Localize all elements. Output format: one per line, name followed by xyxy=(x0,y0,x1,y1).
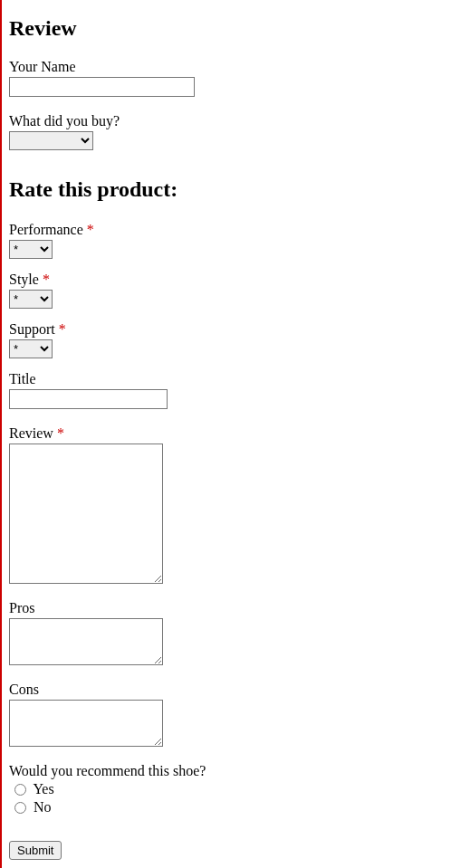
required-marker: * xyxy=(57,425,64,441)
support-label-text: Support xyxy=(9,321,55,337)
rate-heading: Rate this product: xyxy=(9,177,463,202)
title-input[interactable] xyxy=(9,389,168,409)
page-title: Review xyxy=(9,16,463,41)
radio-no[interactable] xyxy=(14,802,26,814)
what-select[interactable] xyxy=(9,131,93,150)
radio-no-label[interactable]: No xyxy=(14,799,52,815)
pros-textarea[interactable] xyxy=(9,618,163,665)
support-select[interactable]: * xyxy=(9,339,53,358)
radio-yes[interactable] xyxy=(14,784,26,796)
style-label: Style * xyxy=(9,272,463,288)
radio-yes-label[interactable]: Yes xyxy=(14,781,54,796)
review-label-text: Review xyxy=(9,425,53,441)
style-label-text: Style xyxy=(9,272,39,287)
review-label: Review * xyxy=(9,425,463,442)
submit-button[interactable]: Submit xyxy=(9,841,62,860)
performance-label: Performance * xyxy=(9,222,463,238)
required-marker: * xyxy=(59,321,66,337)
required-marker: * xyxy=(43,272,50,287)
radio-no-text: No xyxy=(34,799,52,815)
recommend-label: Would you recommend this shoe? xyxy=(9,763,463,779)
review-textarea[interactable] xyxy=(9,444,163,584)
pros-label: Pros xyxy=(9,600,463,616)
performance-select[interactable]: * xyxy=(9,240,53,259)
cons-label: Cons xyxy=(9,682,463,698)
title-label: Title xyxy=(9,371,463,387)
support-label: Support * xyxy=(9,321,463,338)
required-marker: * xyxy=(87,222,94,237)
name-input[interactable] xyxy=(9,77,195,97)
name-label: Your Name xyxy=(9,59,463,75)
radio-yes-text: Yes xyxy=(33,781,53,796)
style-select[interactable]: * xyxy=(9,290,53,309)
cons-textarea[interactable] xyxy=(9,700,163,747)
performance-label-text: Performance xyxy=(9,222,83,237)
what-label: What did you buy? xyxy=(9,113,463,129)
